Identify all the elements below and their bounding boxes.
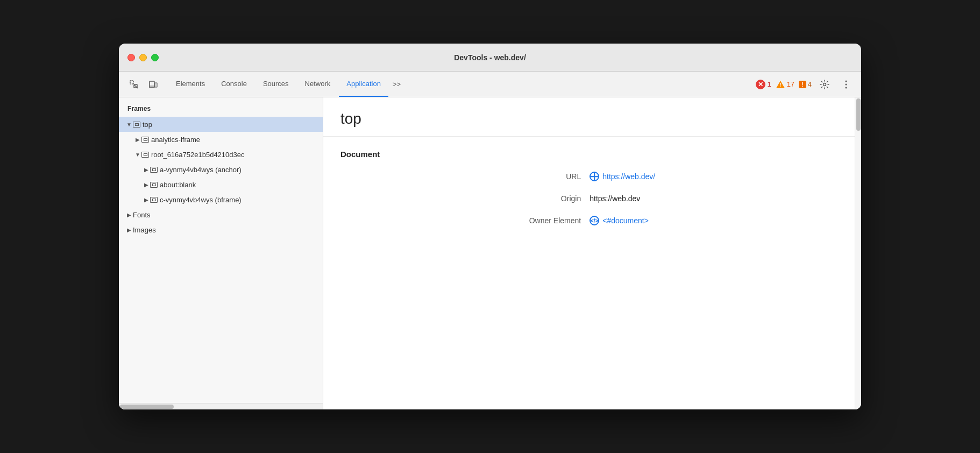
expand-arrow-analytics-iframe: ▶ [134, 137, 141, 143]
expand-arrow-anchor: ▶ [143, 167, 150, 173]
tree-item-anchor[interactable]: ▶ a-vynmy4vb4wys (anchor) [119, 162, 323, 177]
warning-badge: ! 17 [776, 80, 794, 89]
svg-rect-3 [155, 83, 157, 87]
svg-point-10 [846, 87, 847, 88]
error-badge: ✕ 1 [756, 80, 771, 89]
tree-label-images: Images [133, 226, 156, 234]
maximize-button[interactable] [151, 54, 159, 61]
panel-vertical-scrollbar[interactable] [855, 97, 861, 409]
settings-button[interactable] [816, 76, 833, 93]
tree-item-root[interactable]: ▼ root_616a752e1b5d4210d3ec [119, 147, 323, 162]
info-badge: ! 4 [799, 80, 812, 88]
tree-label-anchor: a-vynmy4vb4wys (anchor) [160, 166, 242, 174]
toolbar: Elements Console Sources Network Applica… [119, 72, 861, 97]
titlebar: DevTools - web.dev/ [119, 44, 861, 72]
devtools-window: DevTools - web.dev/ Elements Console Sou… [119, 44, 861, 409]
origin-text: https://web.dev [590, 194, 640, 203]
tab-application[interactable]: Application [339, 72, 388, 97]
tab-console[interactable]: Console [214, 72, 254, 97]
expand-arrow-root: ▼ [134, 152, 141, 158]
code-icon: </> [590, 216, 599, 225]
document-section-title: Document [340, 150, 844, 159]
sidebar-scrollbar-thumb[interactable] [120, 405, 174, 409]
tree-label-bframe: c-vynmy4vb4wys (bframe) [160, 196, 242, 204]
panel-title-section: top [323, 97, 861, 137]
svg-rect-2 [150, 81, 154, 88]
tree-item-images[interactable]: ▶ Images [119, 222, 323, 237]
tab-bar: Elements Console Sources Network Applica… [168, 72, 404, 97]
tree-item-top[interactable]: ▼ top [119, 117, 323, 132]
expand-arrow-fonts: ▶ [125, 212, 133, 218]
more-tabs-button[interactable]: >> [389, 80, 404, 88]
close-button[interactable] [127, 54, 135, 61]
svg-text:!: ! [779, 82, 781, 88]
expand-arrow-bframe: ▶ [143, 197, 150, 203]
tree-item-bframe[interactable]: ▶ c-vynmy4vb4wys (bframe) [119, 192, 323, 207]
frame-icon-top [133, 122, 140, 128]
tree-label-fonts: Fonts [133, 211, 151, 219]
url-text: https://web.dev/ [602, 172, 655, 181]
svg-point-9 [846, 83, 847, 85]
tree-item-analytics-iframe[interactable]: ▶ analytics-iframe [119, 132, 323, 147]
expand-arrow-top: ▼ [125, 122, 133, 128]
panel-scrollbar-thumb[interactable] [856, 98, 861, 131]
sidebar: Frames ▼ top ▶ analyt [119, 97, 323, 409]
svg-rect-0 [130, 81, 133, 84]
sidebar-tree[interactable]: Frames ▼ top ▶ analyt [119, 97, 323, 403]
warning-icon: ! [776, 80, 785, 89]
info-icon: ! [799, 81, 806, 88]
tree-label-blank: about:blank [160, 181, 196, 189]
expand-arrow-blank: ▶ [143, 182, 150, 188]
url-label: URL [340, 172, 581, 181]
tab-elements[interactable]: Elements [168, 72, 212, 97]
frame-icon-bframe [150, 197, 158, 203]
tree-item-fonts[interactable]: ▶ Fonts [119, 207, 323, 222]
globe-icon [590, 172, 599, 181]
url-value: https://web.dev/ [590, 172, 844, 181]
more-options-button[interactable] [837, 76, 855, 93]
tree-label-analytics-iframe: analytics-iframe [151, 136, 200, 144]
frames-section-header: Frames [119, 97, 323, 117]
panel-content: Document URL https://web.dev/ Origin htt… [323, 137, 861, 409]
frame-icon-anchor [150, 167, 158, 173]
device-toolbar-button[interactable] [145, 76, 162, 93]
info-count: 4 [808, 80, 812, 88]
origin-label: Origin [340, 194, 581, 203]
minimize-button[interactable] [139, 54, 147, 61]
sidebar-horizontal-scrollbar[interactable] [119, 403, 323, 409]
inspect-element-button[interactable] [125, 76, 143, 93]
tree-item-blank[interactable]: ▶ about:blank [119, 177, 323, 192]
owner-label: Owner Element [340, 216, 581, 225]
window-title: DevTools - web.dev/ [454, 53, 526, 62]
expand-arrow-images: ▶ [125, 227, 133, 233]
frame-icon-blank [150, 182, 158, 188]
tree-label-root: root_616a752e1b5d4210d3ec [151, 151, 245, 159]
frame-icon-root [141, 152, 149, 158]
tab-network[interactable]: Network [297, 72, 338, 97]
right-panel: top Document URL https://web.dev/ Origin… [323, 97, 861, 409]
traffic-lights [127, 54, 159, 61]
error-icon: ✕ [756, 80, 765, 89]
warning-count: 17 [787, 80, 794, 88]
info-table: URL https://web.dev/ Origin https://web.… [340, 172, 844, 225]
panel-title: top [340, 110, 844, 128]
error-count: 1 [767, 80, 771, 88]
tab-sources[interactable]: Sources [255, 72, 296, 97]
owner-link[interactable]: <#document> [602, 216, 649, 225]
toolbar-right: ✕ 1 ! 17 ! 4 [756, 76, 855, 93]
tree-label-top: top [143, 121, 152, 129]
svg-point-8 [846, 80, 847, 82]
origin-value: https://web.dev [590, 194, 844, 203]
owner-value: </> <#document> [590, 216, 844, 225]
svg-point-7 [823, 83, 826, 86]
frame-icon-analytics-iframe [141, 137, 149, 143]
main-content: Frames ▼ top ▶ analyt [119, 97, 861, 409]
